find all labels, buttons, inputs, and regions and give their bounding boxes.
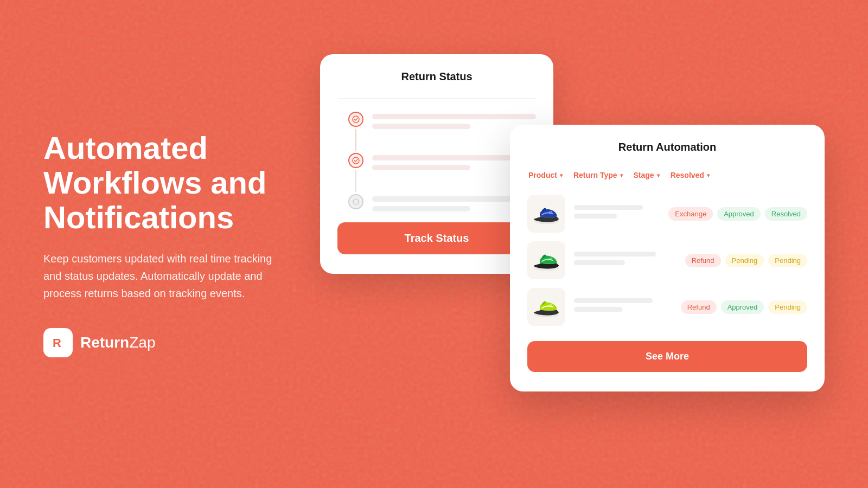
track-status-button[interactable]: Track Status (337, 222, 536, 254)
svg-text:R: R (53, 336, 61, 350)
step-1 (348, 112, 536, 153)
sub-text: Keep customers updated with real time tr… (43, 250, 282, 302)
tag-pending-1: Pending (725, 254, 764, 267)
info-bar-3 (574, 252, 656, 256)
page: Automated Workflows and Notifications Ke… (0, 0, 868, 488)
filter-bar: Product ▾ Return Type ▾ Stage ▾ Resolved… (527, 169, 807, 182)
step-line-1 (355, 129, 356, 151)
info-bar-2 (574, 214, 617, 219)
status-steps (337, 112, 536, 211)
step-circle-3 (348, 194, 363, 209)
step-icon-col-3 (348, 194, 363, 209)
filter-product[interactable]: Product ▾ (527, 169, 564, 182)
table-row: Refund Approved Pending (527, 288, 807, 326)
brand-name: ReturnZap (80, 334, 155, 351)
products-list: Exchange Approved Resolved (527, 195, 807, 326)
product-info-2 (574, 252, 676, 269)
brand: R ReturnZap (43, 328, 282, 357)
card-automation: Return Automation Product ▾ Return Type … (510, 125, 825, 391)
main-heading: Automated Workflows and Notifications (43, 131, 282, 234)
product-tags-1: Exchange Approved Resolved (668, 207, 807, 221)
tag-pending-2: Pending (768, 254, 807, 267)
step-icon-col-1 (348, 112, 363, 153)
tag-resolved: Resolved (765, 207, 807, 221)
filter-product-label: Product (528, 171, 557, 179)
step-circle-2 (348, 153, 363, 168)
tag-approved-2: Approved (721, 300, 764, 314)
filter-return-type[interactable]: Return Type ▾ (572, 169, 624, 182)
info-bar-6 (574, 307, 623, 312)
step-line-2 (355, 170, 356, 192)
product-tags-2: Refund Pending Pending (685, 254, 807, 267)
see-more-button[interactable]: See More (527, 341, 807, 372)
tag-refund-1: Refund (685, 254, 721, 267)
product-image-2 (527, 241, 565, 279)
tag-refund-2: Refund (681, 300, 717, 314)
step-2 (348, 153, 536, 194)
step-bar-short-1 (372, 124, 470, 129)
filter-resolved[interactable]: Resolved ▾ (669, 169, 711, 182)
filter-resolved-label: Resolved (671, 171, 704, 179)
tag-pending-3: Pending (768, 300, 807, 314)
product-image-1 (527, 195, 565, 233)
step-circle-1 (348, 112, 363, 127)
brand-name-light: Zap (129, 334, 155, 351)
right-panel: Return Status (304, 54, 825, 434)
left-panel: Automated Workflows and Notifications Ke… (43, 131, 304, 357)
brand-icon: R (43, 328, 73, 357)
info-bar-5 (574, 298, 653, 303)
divider (337, 98, 536, 99)
step-bar-long-1 (372, 114, 536, 119)
chevron-down-icon: ▾ (620, 172, 623, 178)
info-bar-1 (574, 205, 643, 210)
return-automation-title: Return Automation (527, 141, 807, 153)
step-icon-col-2 (348, 153, 363, 194)
step-bar-short-2 (372, 165, 470, 170)
table-row: Exchange Approved Resolved (527, 195, 807, 233)
brand-name-bold: Return (80, 334, 129, 351)
svg-point-3 (353, 199, 359, 204)
chevron-down-icon: ▾ (657, 172, 660, 178)
table-row: Refund Pending Pending (527, 241, 807, 279)
product-image-3 (527, 288, 565, 326)
step-3 (348, 194, 536, 211)
filter-return-type-label: Return Type (573, 171, 617, 179)
chevron-down-icon: ▾ (707, 172, 710, 178)
product-tags-3: Refund Approved Pending (681, 300, 807, 314)
tag-approved: Approved (717, 207, 761, 221)
filter-stage[interactable]: Stage ▾ (633, 169, 661, 182)
return-status-title: Return Status (337, 70, 536, 83)
chevron-down-icon: ▾ (560, 172, 563, 178)
tag-exchange: Exchange (668, 207, 713, 221)
product-info-3 (574, 298, 672, 316)
info-bar-4 (574, 260, 625, 265)
step-bar-short-3 (372, 206, 470, 211)
filter-stage-label: Stage (634, 171, 654, 179)
product-info-1 (574, 205, 660, 222)
